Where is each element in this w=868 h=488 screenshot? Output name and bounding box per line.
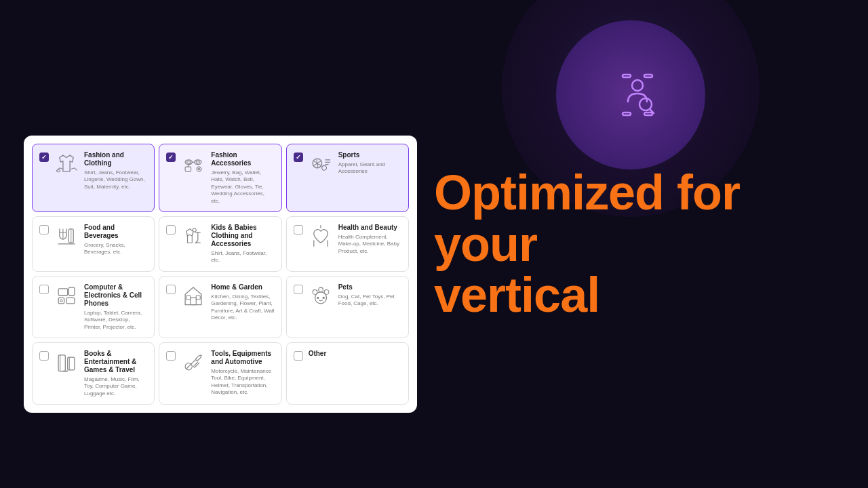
svg-point-37 <box>317 296 319 298</box>
icon-home-garden <box>181 283 205 308</box>
category-title-food-beverages: Food and Beverages <box>84 224 147 240</box>
svg-point-38 <box>322 296 324 298</box>
category-title-pets: Pets <box>338 283 401 291</box>
svg-point-12 <box>197 161 200 163</box>
category-card-fashion-clothing[interactable]: Fashion and ClothingShirt, Jeans, Footwe… <box>32 144 155 212</box>
svg-rect-3 <box>644 113 652 115</box>
svg-point-8 <box>185 160 192 165</box>
svg-point-35 <box>318 287 323 292</box>
icon-health-beauty <box>309 224 333 248</box>
icon-computer-electronics <box>54 283 79 308</box>
svg-rect-28 <box>66 298 75 304</box>
svg-rect-26 <box>68 287 75 296</box>
svg-point-29 <box>60 300 62 302</box>
checkbox-fashion-clothing[interactable] <box>39 152 49 162</box>
category-subtitle-tools-automotive: Motorcycle, Maintenance Tool, Bike, Equi… <box>211 368 274 396</box>
category-title-fashion-clothing: Fashion and Clothing <box>84 151 147 167</box>
checkbox-sports[interactable] <box>294 152 303 162</box>
category-title-tools-automotive: Tools, Equipments and Automotive <box>211 350 274 366</box>
svg-point-36 <box>324 289 329 294</box>
svg-rect-1 <box>644 75 652 77</box>
svg-rect-13 <box>185 167 191 171</box>
logo-icon <box>607 64 668 125</box>
checkbox-pets[interactable] <box>294 285 303 294</box>
svg-point-34 <box>313 289 317 294</box>
category-subtitle-sports: Apparel, Gears and Accessories <box>338 161 401 176</box>
category-card-home-garden[interactable]: Home & GardenKitchen, Dining, Textiles, … <box>159 276 281 338</box>
svg-rect-30 <box>191 298 197 304</box>
hero-text: Optimized for your vertical <box>434 167 814 321</box>
category-card-health-beauty[interactable]: Health and BeautyHealth Complement, Make… <box>286 216 409 272</box>
category-subtitle-books-entertainment: Magazine, Music, Film, Toy, Computer Gam… <box>84 376 147 397</box>
category-title-fashion-accessories: Fashion Accessories <box>211 151 274 167</box>
svg-rect-39 <box>58 355 65 371</box>
category-card-fashion-accessories[interactable]: Fashion AccessoriesJewelry, Bag, Wallet,… <box>159 144 281 212</box>
category-subtitle-fashion-accessories: Jewelry, Bag, Wallet, Hats, Watch, Belt,… <box>211 169 274 205</box>
category-title-sports: Sports <box>338 151 401 159</box>
category-subtitle-pets: Dog, Cat, Pet Toys, Pet Food, Cage, etc. <box>338 293 401 308</box>
category-subtitle-fashion-clothing: Shirt, Jeans, Footwear, Lingerie, Weddin… <box>84 169 147 190</box>
svg-point-11 <box>195 160 201 165</box>
category-subtitle-kids-babies: Shirt, Jeans, Footwear, etc. <box>211 250 274 264</box>
icon-kids-babies <box>181 224 205 248</box>
category-title-home-garden: Home & Garden <box>211 283 274 291</box>
svg-point-4 <box>632 80 643 91</box>
svg-rect-31 <box>186 296 191 300</box>
icon-books-entertainment <box>54 350 79 374</box>
category-title-kids-babies: Kids & Babies Clothing and Accessories <box>211 224 274 248</box>
category-card-computer-electronics[interactable]: Computer & Electronics & Cell PhonesLapt… <box>32 276 155 338</box>
svg-point-16 <box>321 165 326 170</box>
icon-pets <box>309 283 333 308</box>
category-subtitle-home-garden: Kitchen, Dining, Textiles, Gardening, Fl… <box>211 293 274 322</box>
category-card-sports[interactable]: SportsApparel, Gears and Accessories <box>286 144 409 212</box>
svg-rect-32 <box>197 296 201 300</box>
checkbox-computer-electronics[interactable] <box>39 285 49 294</box>
svg-point-9 <box>187 161 191 163</box>
category-title-computer-electronics: Computer & Electronics & Cell Phones <box>84 283 147 308</box>
category-card-kids-babies[interactable]: Kids & Babies Clothing and AccessoriesSh… <box>159 216 281 272</box>
svg-rect-0 <box>623 75 631 77</box>
svg-point-7 <box>57 169 60 171</box>
category-subtitle-food-beverages: Grocery, Snacks, Beverages, etc. <box>84 242 147 256</box>
icon-fashion-clothing <box>54 151 79 176</box>
checkbox-home-garden[interactable] <box>166 285 176 294</box>
category-title-books-entertainment: Books & Entertainment & Games & Travel <box>84 350 147 374</box>
svg-rect-25 <box>58 289 68 296</box>
category-title-health-beauty: Health and Beauty <box>338 224 401 232</box>
category-card-other[interactable]: Other <box>286 342 409 405</box>
svg-rect-27 <box>58 298 64 304</box>
category-title-other: Other <box>309 350 401 358</box>
checkbox-other[interactable] <box>294 351 303 361</box>
icon-food-beverages <box>54 224 79 248</box>
checkbox-tools-automotive[interactable] <box>166 351 176 361</box>
svg-rect-41 <box>68 357 75 370</box>
checkbox-health-beauty[interactable] <box>294 225 303 235</box>
category-card-pets[interactable]: PetsDog, Cat, Pet Toys, Pet Food, Cage, … <box>286 276 409 338</box>
category-card-tools-automotive[interactable]: Tools, Equipments and AutomotiveMotorcyc… <box>159 342 281 405</box>
category-card-food-beverages[interactable]: Food and BeveragesGrocery, Snacks, Bever… <box>32 216 155 272</box>
category-panel: Fashion and ClothingShirt, Jeans, Footwe… <box>24 136 417 413</box>
icon-sports <box>309 151 333 176</box>
svg-rect-2 <box>623 113 631 115</box>
checkbox-fashion-accessories[interactable] <box>166 152 176 162</box>
checkbox-books-entertainment[interactable] <box>39 351 49 361</box>
svg-point-21 <box>193 228 196 232</box>
checkbox-kids-babies[interactable] <box>166 225 176 235</box>
category-subtitle-health-beauty: Health Complement, Make-up, Medicine, Ba… <box>338 234 401 255</box>
category-subtitle-computer-electronics: Laptop, Tablet, Camera, Software, Deskto… <box>84 310 147 331</box>
icon-fashion-accessories <box>181 151 205 176</box>
icon-tools-automotive <box>181 350 205 374</box>
category-card-books-entertainment[interactable]: Books & Entertainment & Games & TravelMa… <box>32 342 155 405</box>
hero-headline: Optimized for your vertical <box>434 167 814 321</box>
checkbox-food-beverages[interactable] <box>39 225 49 235</box>
